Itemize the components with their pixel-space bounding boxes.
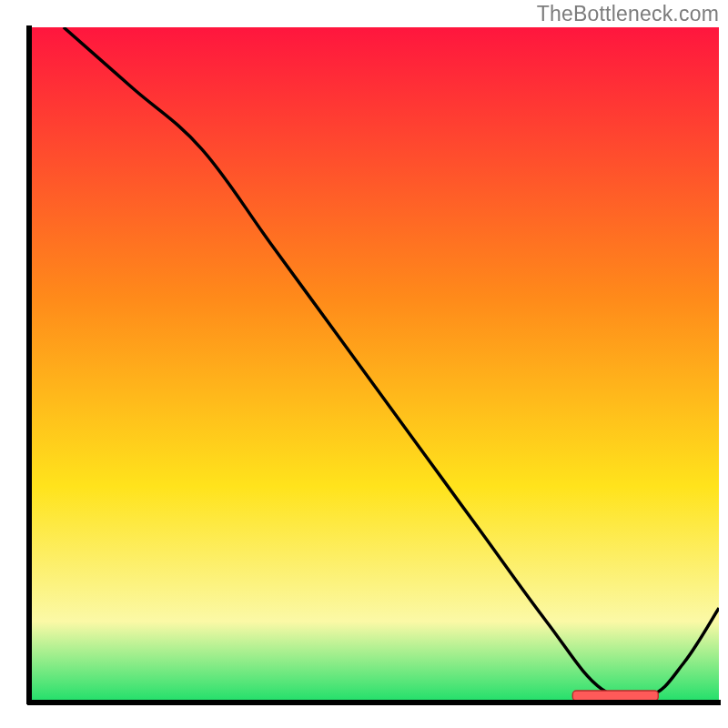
- bottleneck-chart: [0, 0, 728, 728]
- plot-background: [29, 27, 719, 703]
- attribution-text: TheBottleneck.com: [537, 2, 719, 26]
- optimum-marker: [572, 691, 658, 701]
- chart-container: { "attribution": "TheBottleneck.com", "m…: [0, 0, 728, 728]
